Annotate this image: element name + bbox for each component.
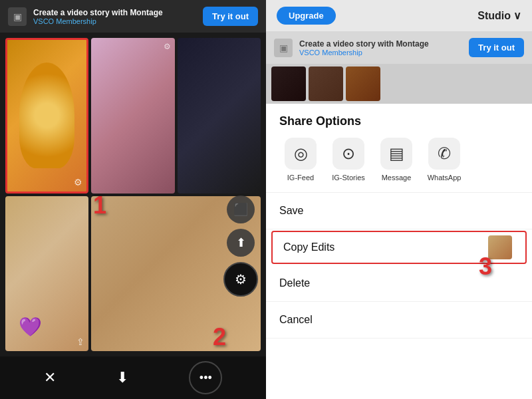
banner2-text: Create a video story with Montage VSCO M… xyxy=(299,39,462,57)
share-message[interactable]: ▤ Message xyxy=(372,138,420,182)
studio-label: Studio ∨ xyxy=(477,9,521,22)
menu-list: Save Copy Edits Delete Cancel xyxy=(266,193,532,338)
banner2-icon: ▣ xyxy=(274,39,293,57)
copy-edits-menu-item[interactable]: Copy Edits xyxy=(271,231,527,264)
more-options-button[interactable]: ••• xyxy=(189,361,222,394)
cell-icon: ⚙ xyxy=(164,42,171,51)
download-icon: ⬇ xyxy=(116,369,128,386)
top-bar: Upgrade Studio ∨ xyxy=(266,0,532,31)
preview-thumb-2[interactable] xyxy=(309,66,343,101)
share-panel: Share Options ◎ IG-Feed ⊙ IG-Stories ▤ M… xyxy=(266,104,532,399)
preview-thumb-1[interactable] xyxy=(271,66,306,101)
banner-text: Create a video story with Montage VSCO M… xyxy=(33,8,196,25)
chevron-down-icon: ∨ xyxy=(513,9,521,22)
left-panel: ▣ Create a video story with Montage VSCO… xyxy=(0,0,266,399)
film-button[interactable]: ⬛ xyxy=(227,196,255,223)
dots-icon: ••• xyxy=(200,371,212,385)
share-icons-row: ◎ IG-Feed ⊙ IG-Stories ▤ Message ✆ Whats… xyxy=(266,135,532,193)
banner-subtitle: VSCO Membership xyxy=(33,17,196,25)
photo-cell-girl1[interactable]: 💜 ⇪ xyxy=(5,196,88,352)
banner2-title: Create a video story with Montage xyxy=(299,39,462,49)
photo-cell-dark[interactable] xyxy=(178,38,261,194)
message-icon: ▤ xyxy=(380,138,412,170)
ig-stories-icon: ⊙ xyxy=(332,138,364,170)
ig-stories-label: IG-Stories xyxy=(332,174,365,182)
banner2-subtitle: VSCO Membership xyxy=(299,49,462,57)
banner-top: ▣ Create a video story with Montage VSCO… xyxy=(0,0,266,33)
filter-button[interactable]: ⚙ xyxy=(223,262,258,297)
ig-feed-label: IG-Feed xyxy=(287,174,314,182)
adjust-icon: ⚙ xyxy=(74,177,82,188)
right-panel: Upgrade Studio ∨ ▣ Create a video story … xyxy=(266,0,532,399)
try-it-out-button[interactable]: Try it out xyxy=(203,7,258,26)
delete-menu-item[interactable]: Delete xyxy=(266,265,532,302)
ig-feed-icon: ◎ xyxy=(285,138,317,170)
share-ig-feed[interactable]: ◎ IG-Feed xyxy=(277,138,325,182)
right-actions: ⬛ ⬆ ⚙ xyxy=(223,196,258,297)
preview-strip xyxy=(266,64,532,104)
photo-cell-dessert[interactable]: ⚙ xyxy=(91,38,174,194)
share-button[interactable]: ⬆ xyxy=(227,229,255,257)
whatsapp-label: WhatsApp xyxy=(428,174,462,182)
message-label: Message xyxy=(382,174,412,182)
preview-thumb-3[interactable] xyxy=(346,66,380,101)
save-menu-item[interactable]: Save xyxy=(266,193,532,229)
photo-cell-drink[interactable]: ⚙ xyxy=(5,38,88,194)
copy-edits-thumbnail xyxy=(488,235,512,259)
bottom-bar: ✕ ⬇ ••• xyxy=(0,356,266,399)
share-ig-stories[interactable]: ⊙ IG-Stories xyxy=(325,138,372,182)
banner-icon: ▣ xyxy=(8,7,27,26)
heart-icon: 💜 xyxy=(19,316,42,338)
close-icon: ✕ xyxy=(44,369,56,386)
share-title: Share Options xyxy=(266,104,532,135)
try-it-out-button-2[interactable]: Try it out xyxy=(469,38,524,57)
drink-image xyxy=(19,63,75,168)
banner-title: Create a video story with Montage xyxy=(33,8,196,17)
share-whatsapp[interactable]: ✆ WhatsApp xyxy=(420,138,468,182)
whatsapp-icon: ✆ xyxy=(428,138,460,170)
upgrade-button[interactable]: Upgrade xyxy=(277,7,336,25)
photo-grid: ⚙ ⚙ 💜 ⇪ ⬛ ⬆ ⚙ xyxy=(0,33,266,356)
close-button[interactable]: ✕ xyxy=(44,369,56,386)
download-button[interactable]: ⬇ xyxy=(116,369,128,386)
banner-montage: ▣ Create a video story with Montage VSCO… xyxy=(266,31,532,64)
cancel-menu-item[interactable]: Cancel xyxy=(266,302,532,338)
adjust-icon-2: ⇪ xyxy=(76,336,84,347)
